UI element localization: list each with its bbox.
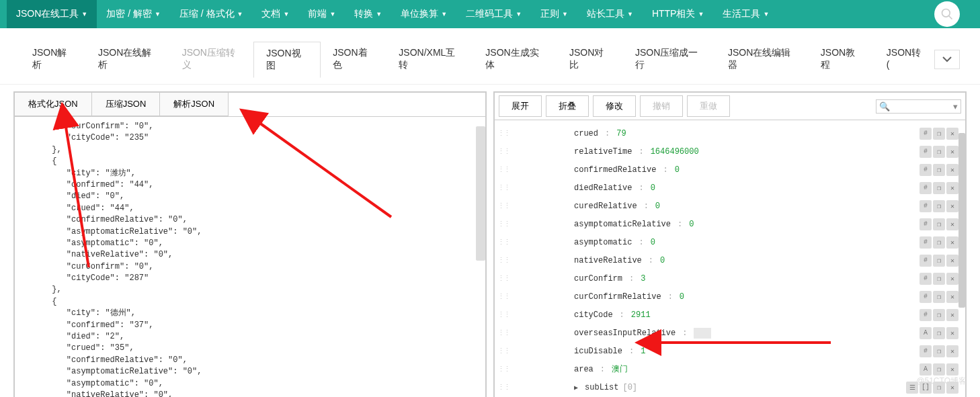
drag-handle-icon[interactable]: ⋮⋮ — [497, 183, 507, 192]
sub-tab[interactable]: JSON压缩转义 — [170, 42, 254, 77]
sub-tab[interactable]: JSON压缩成一行 — [623, 42, 716, 77]
sub-tab[interactable]: JSON/XML互转 — [386, 42, 473, 77]
drag-handle-icon[interactable]: ⋮⋮ — [497, 328, 507, 337]
delete-action[interactable]: ✕ — [946, 255, 958, 267]
type-action[interactable]: # — [920, 146, 932, 158]
nav-item[interactable]: 转换▼ — [345, 0, 391, 28]
tree-row[interactable]: ⋮⋮ ▶ subList [0] ☰[]❐✕ — [497, 378, 963, 396]
right-scrollbar[interactable] — [958, 133, 965, 308]
sub-tab[interactable]: JSON解析 — [20, 42, 86, 77]
type-action[interactable]: # — [920, 218, 932, 230]
format-json-button[interactable]: 格式化JSON — [15, 93, 92, 116]
type-action[interactable]: # — [920, 255, 932, 267]
type-action[interactable]: A — [920, 363, 932, 376]
drag-handle-icon[interactable]: ⋮⋮ — [497, 147, 507, 156]
sub-tab[interactable]: JSON在线解析 — [86, 42, 170, 77]
nav-item[interactable]: 生活工具▼ — [713, 0, 778, 28]
tree-row[interactable]: ⋮⋮ curConfirmRelative : 0 #❐✕ — [497, 288, 963, 306]
drag-handle-icon[interactable]: ⋮⋮ — [497, 202, 507, 210]
delete-action[interactable]: ✕ — [946, 309, 958, 321]
nav-item[interactable]: HTTP相关▼ — [643, 0, 713, 28]
nav-item[interactable]: 正则▼ — [531, 0, 577, 28]
copy-action[interactable]: ❐ — [933, 182, 945, 194]
json-code-editor[interactable]: "curConfirm": "0", "cityCode": "235" }, … — [15, 117, 485, 397]
copy-action[interactable]: ❐ — [933, 128, 945, 140]
sub-tab[interactable]: JSON视图 — [253, 42, 321, 78]
drag-handle-icon[interactable]: ⋮⋮ — [497, 220, 507, 228]
json-tree-view[interactable]: ⋮⋮ crued : 79 #❐✕ ⋮⋮ relativeTime : 1646… — [495, 120, 965, 397]
compress-json-button[interactable]: 压缩JSON — [92, 93, 161, 116]
nav-item[interactable]: 加密 / 解密▼ — [97, 0, 170, 28]
drag-handle-icon[interactable]: ⋮⋮ — [497, 256, 507, 265]
tree-row[interactable]: ⋮⋮ icuDisable : 1 #❐✕ — [497, 342, 963, 360]
delete-action[interactable]: ✕ — [946, 291, 958, 303]
tree-row[interactable]: ⋮⋮ asymptomaticRelative : 0 #❐✕ — [497, 215, 963, 233]
copy-action[interactable]: ❐ — [933, 255, 945, 267]
nav-item[interactable]: 文档▼ — [252, 0, 298, 28]
nav-item[interactable]: 站长工具▼ — [577, 0, 643, 28]
drag-handle-icon[interactable]: ⋮⋮ — [497, 383, 507, 392]
left-scrollbar[interactable] — [476, 126, 485, 261]
copy-action[interactable]: ❐ — [933, 291, 945, 303]
type-action[interactable]: # — [920, 164, 932, 176]
collapse-button[interactable]: 折叠 — [546, 95, 589, 117]
type-action[interactable]: # — [920, 236, 932, 249]
type-action[interactable]: # — [920, 128, 932, 140]
undo-button[interactable]: 撤销 — [640, 95, 683, 117]
delete-action[interactable]: ✕ — [946, 164, 958, 176]
sub-tab[interactable]: JSON着色 — [321, 42, 386, 77]
expand-icon[interactable]: ▶ — [574, 384, 578, 392]
copy-action[interactable]: ❐ — [933, 146, 945, 158]
copy-action[interactable]: ❐ — [933, 164, 945, 176]
nav-item[interactable]: 单位换算▼ — [391, 0, 456, 28]
type-action[interactable]: # — [920, 182, 932, 194]
search-button[interactable] — [934, 1, 960, 27]
delete-action[interactable]: ✕ — [946, 218, 958, 230]
nav-item[interactable]: 二维码工具▼ — [456, 0, 531, 28]
type-action[interactable]: # — [920, 309, 932, 321]
tree-row[interactable]: ⋮⋮ relativeTime : 1646496000 #❐✕ — [497, 142, 963, 161]
tree-row[interactable]: ⋮⋮ curConfirm : 3 #❐✕ — [497, 269, 963, 288]
copy-action[interactable]: ❐ — [933, 309, 945, 321]
delete-action[interactable]: ✕ — [946, 345, 958, 357]
tree-row[interactable]: ⋮⋮ crued : 79 #❐✕ — [497, 124, 963, 142]
tree-search-input[interactable] — [893, 101, 953, 111]
sub-tab[interactable]: JSON对比 — [557, 42, 623, 77]
tree-search[interactable]: 🔍 ▾ — [876, 99, 961, 114]
modify-button[interactable]: 修改 — [593, 95, 636, 117]
search-dropdown-icon[interactable]: ▾ — [953, 101, 958, 112]
copy-action[interactable]: ❐ — [933, 327, 945, 339]
tree-row[interactable]: ⋮⋮ cityCode : 2911 #❐✕ — [497, 306, 963, 324]
drag-handle-icon[interactable]: ⋮⋮ — [497, 292, 507, 301]
copy-action[interactable]: ❐ — [933, 363, 945, 376]
sub-tab[interactable]: JSON转( — [874, 42, 934, 77]
delete-action[interactable]: ✕ — [946, 128, 958, 140]
tree-row[interactable]: ⋮⋮ confirmedRelative : 0 #❐✕ — [497, 161, 963, 179]
parse-json-button[interactable]: 解析JSON — [160, 93, 229, 116]
sub-tab[interactable]: JSON在线编辑器 — [716, 42, 809, 77]
tree-row[interactable]: ⋮⋮ area : 澳门 A❐✕ — [497, 360, 963, 378]
delete-action[interactable]: ✕ — [946, 363, 958, 376]
expand-button[interactable]: 展开 — [499, 95, 542, 117]
delete-action[interactable]: ✕ — [946, 200, 958, 212]
sub-tab[interactable]: JSON生成实体 — [473, 42, 557, 77]
drag-handle-icon[interactable]: ⋮⋮ — [497, 365, 507, 373]
delete-action[interactable]: ✕ — [946, 182, 958, 194]
tree-row[interactable]: ⋮⋮ nativeRelative : 0 #❐✕ — [497, 251, 963, 269]
type-action[interactable]: # — [920, 291, 932, 303]
nav-item[interactable]: JSON在线工具▼ — [7, 0, 97, 28]
type-action[interactable]: A — [920, 327, 932, 339]
more-tabs-button[interactable] — [934, 50, 960, 69]
redo-button[interactable]: 重做 — [687, 95, 730, 117]
drag-handle-icon[interactable]: ⋮⋮ — [497, 310, 507, 319]
tree-row[interactable]: ⋮⋮ overseasInputRelative : A❐✕ — [497, 324, 963, 342]
type-action[interactable]: # — [920, 200, 932, 212]
drag-handle-icon[interactable]: ⋮⋮ — [497, 238, 507, 247]
tree-row[interactable]: ⋮⋮ asymptomatic : 0 #❐✕ — [497, 233, 963, 251]
delete-action[interactable]: ✕ — [946, 146, 958, 158]
drag-handle-icon[interactable]: ⋮⋮ — [497, 274, 507, 283]
nav-item[interactable]: 压缩 / 格式化▼ — [170, 0, 253, 28]
tree-row[interactable]: ⋮⋮ diedRelative : 0 #❐✕ — [497, 179, 963, 197]
drag-handle-icon[interactable]: ⋮⋮ — [497, 165, 507, 174]
drag-handle-icon[interactable]: ⋮⋮ — [497, 129, 507, 138]
